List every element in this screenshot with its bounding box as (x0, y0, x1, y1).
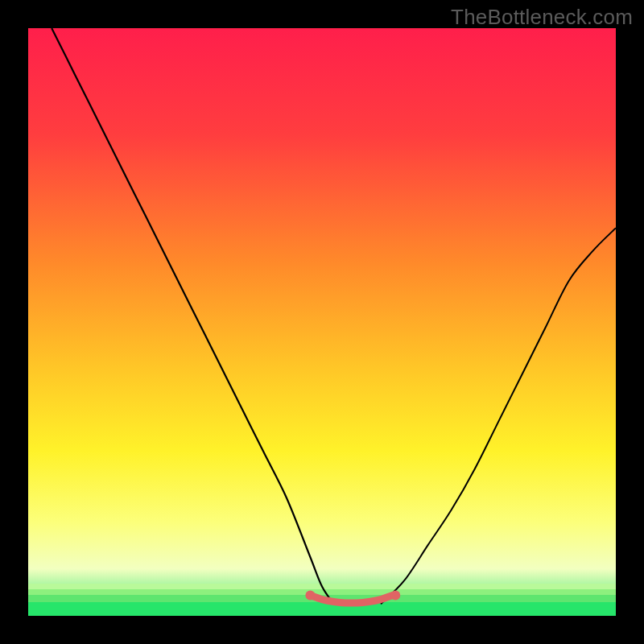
plot-area (28, 28, 616, 616)
right-curve (381, 228, 616, 604)
watermark-text: TheBottleneck.com (451, 5, 633, 30)
bottom-marker-dot-left (305, 590, 315, 600)
left-curve (52, 28, 333, 604)
bottom-marker-dot-right (390, 590, 400, 600)
curves-svg (28, 28, 616, 616)
flat-bottom-highlight (310, 596, 392, 604)
chart-frame: TheBottleneck.com (0, 0, 644, 644)
